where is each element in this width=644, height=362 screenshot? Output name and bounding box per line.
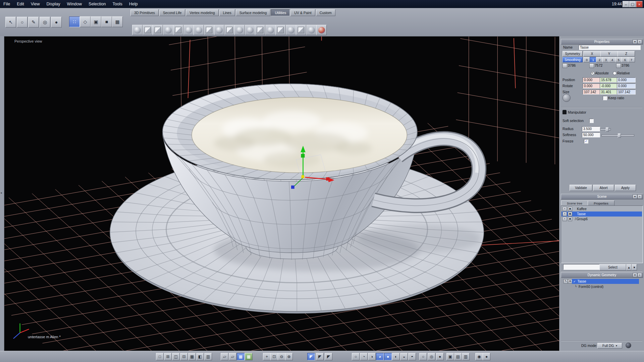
menu-tools[interactable]: Tools xyxy=(109,0,125,8)
menu-file[interactable]: File xyxy=(0,0,13,8)
display-smooth-icon[interactable]: ◕ xyxy=(376,353,384,360)
layout-split-left-icon[interactable]: ◧ xyxy=(196,353,204,360)
name-input[interactable]: Tasse xyxy=(579,45,641,50)
scene-collapse-icon[interactable]: ▾ xyxy=(633,194,637,199)
dg-item-form50[interactable]: └ Form50 (control) xyxy=(575,284,638,289)
tab-3d-primitives[interactable]: 3D Primitives xyxy=(130,9,159,16)
render-preview-icon[interactable]: ◉ xyxy=(475,353,483,360)
display-hidden-line-icon[interactable]: ◔ xyxy=(360,353,368,360)
dg-collapse-icon[interactable]: ▾ xyxy=(633,273,637,277)
position-z-input[interactable]: 0.000 xyxy=(617,77,636,82)
freeze-checkbox[interactable]: ✓ xyxy=(584,139,588,143)
utilities-tool-8-icon[interactable] xyxy=(204,25,214,35)
smoothing-level-1[interactable]: 1 xyxy=(590,57,597,62)
tab-custom[interactable]: Custom xyxy=(316,9,335,16)
mode-object-icon[interactable]: ■ xyxy=(101,16,112,27)
abort-button[interactable]: Abort xyxy=(593,185,614,191)
smoothing-level-3[interactable]: 3 xyxy=(602,57,609,62)
smoothing-level-5[interactable]: 5 xyxy=(615,57,622,62)
validate-button[interactable]: Validate xyxy=(570,185,592,191)
display-flat-icon[interactable]: ◑ xyxy=(368,353,376,360)
material-preview-icon[interactable]: ○ xyxy=(419,353,427,360)
circle-select-tool-icon[interactable]: ◎ xyxy=(40,17,50,27)
symmetry-y-button[interactable]: Y xyxy=(600,51,618,57)
layout-two-views-v-icon[interactable]: ◫ xyxy=(172,353,180,360)
viewport-canvas[interactable] xyxy=(4,37,559,351)
utilities-tool-15-icon[interactable] xyxy=(275,25,286,35)
size-x-input[interactable]: 107.142 xyxy=(583,89,601,95)
symmetry-button[interactable]: Symmetry xyxy=(562,51,583,57)
smoothing-level-6[interactable]: 6 xyxy=(622,57,629,62)
utilities-tool-5-icon[interactable] xyxy=(173,25,183,35)
grid-toggle-icon[interactable]: ▦ xyxy=(237,353,245,360)
relative-radio[interactable] xyxy=(613,71,616,75)
utilities-tool-9-icon[interactable] xyxy=(214,25,224,35)
utilities-tool-17-icon[interactable] xyxy=(296,25,306,35)
turtle-speed-icon[interactable] xyxy=(562,94,571,102)
menu-edit[interactable]: Edit xyxy=(13,0,28,8)
scene-next-icon[interactable]: ▾ xyxy=(632,264,637,270)
pan-view-icon[interactable]: + xyxy=(263,353,271,360)
visibility-icon[interactable]: ◉ xyxy=(568,217,572,221)
absolute-radio[interactable] xyxy=(591,71,594,75)
pen-tool-icon[interactable]: ✎ xyxy=(28,17,39,27)
scene-search-input[interactable] xyxy=(563,264,601,270)
gizmo-x-handle[interactable] xyxy=(326,177,329,181)
dynamic-geometry-titlebar[interactable]: Dynamic Geometry ▾ × xyxy=(561,272,643,278)
display-wireframe-icon[interactable]: ○ xyxy=(352,353,360,360)
properties-close-icon[interactable]: × xyxy=(637,40,642,44)
layout-single-view-icon[interactable]: □ xyxy=(156,353,164,360)
smoothing-level-0[interactable]: 0 xyxy=(583,57,590,62)
uv-flat-icon[interactable]: ▱ xyxy=(229,353,236,360)
dg-sphere-icon[interactable] xyxy=(626,343,631,348)
visibility-icon[interactable]: ◉ xyxy=(568,207,572,211)
utilities-tool-1-icon[interactable] xyxy=(132,25,143,35)
expand-icon[interactable]: + xyxy=(562,207,567,211)
mode-face-icon[interactable]: ▣ xyxy=(91,16,101,27)
dg-close-icon[interactable]: × xyxy=(637,273,642,277)
bounding-box-icon[interactable]: ▣ xyxy=(446,353,454,360)
display-ghost-icon[interactable]: ◐ xyxy=(392,353,400,360)
left-panel-collapse-icon[interactable]: ◂ xyxy=(0,191,2,194)
display-normals-icon[interactable]: ◓ xyxy=(408,353,416,360)
zoom-in-icon[interactable]: ⊕ xyxy=(285,353,293,360)
rotate-y-input[interactable]: -0.000 xyxy=(600,83,619,88)
utilities-tool-16-icon[interactable] xyxy=(286,25,296,35)
grid-snap-icon[interactable]: ▦ xyxy=(245,353,253,360)
dg-edit-icon[interactable]: ✎ xyxy=(564,279,568,284)
tab-vertex-modeling[interactable]: Vertex modeling xyxy=(186,9,218,16)
uv-view-icon[interactable]: ▱ xyxy=(221,353,228,360)
layout-two-views-h-icon[interactable]: ⊟ xyxy=(180,353,188,360)
smoothing-level-2[interactable]: 2 xyxy=(596,57,603,62)
position-y-input[interactable]: 15.678 xyxy=(600,77,619,82)
render-final-icon[interactable]: ● xyxy=(483,353,490,360)
tab-surface-modeling[interactable]: Surface modeling xyxy=(236,9,271,16)
object-info-icon[interactable]: ▥ xyxy=(462,353,470,360)
mode-point-icon[interactable]: ∷ xyxy=(69,16,80,27)
select-button[interactable]: Select xyxy=(599,264,626,270)
smoothing-level-7[interactable]: 7 xyxy=(628,57,635,62)
utilities-tool-19-icon[interactable] xyxy=(316,25,327,35)
dg-item-tasse[interactable]: ✓ Tasse xyxy=(572,279,639,284)
menu-window[interactable]: Window xyxy=(64,0,85,8)
properties-panel-titlebar[interactable]: Properties ▾ × xyxy=(561,39,643,45)
mode-uv-icon[interactable]: ▦ xyxy=(112,16,123,27)
layout-four-views-icon[interactable]: ⊞ xyxy=(164,353,172,360)
size-y-input[interactable]: 31.401 xyxy=(600,89,619,95)
position-x-input[interactable]: 0.000 xyxy=(583,77,601,82)
tab-uv-paint[interactable]: UV & Paint xyxy=(290,9,315,16)
display-backface-icon[interactable]: ◒ xyxy=(400,353,408,360)
radius-input[interactable]: 3.500 xyxy=(582,126,600,131)
utilities-tool-14-icon[interactable] xyxy=(265,25,276,35)
primitive-display-icon[interactable]: ▤ xyxy=(454,353,462,360)
layout-split-right-icon[interactable]: ▥ xyxy=(204,353,212,360)
dg-mode-dropdown[interactable]: Full DG ▾ xyxy=(597,343,622,349)
smoothing-button[interactable]: Smoothing xyxy=(562,57,583,62)
scene-panel-titlebar[interactable]: Scene ▾ × xyxy=(561,194,643,199)
menu-view[interactable]: View xyxy=(28,0,43,8)
perspective-viewport[interactable]: Perspective view untertasse m Alien * xyxy=(4,36,559,351)
minimize-button[interactable]: – xyxy=(623,1,629,7)
size-z-input[interactable]: 107.142 xyxy=(617,89,636,95)
visibility-icon[interactable]: ◉ xyxy=(568,212,572,216)
smoothing-level-4[interactable]: 4 xyxy=(609,57,616,62)
